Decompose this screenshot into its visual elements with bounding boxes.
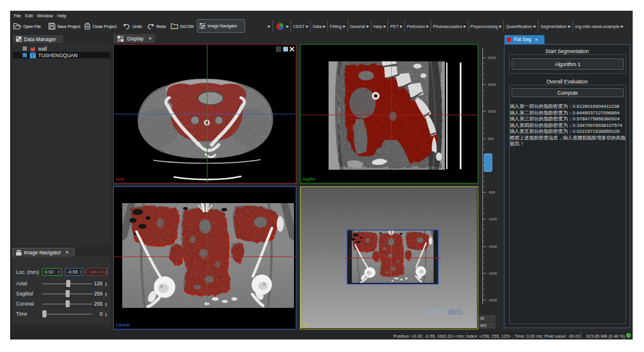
svg-text:-1000: -1000 <box>488 217 497 221</box>
svg-text:MITK:: MITK: <box>428 307 448 316</box>
svg-text:3D: 3D <box>302 323 308 327</box>
svg-text:-500: -500 <box>488 191 496 194</box>
svg-text:1500: 1500 <box>488 83 496 86</box>
svg-text:Axial: Axial <box>116 177 125 181</box>
svg-text:-1500: -1500 <box>488 245 497 248</box>
svg-text:dkfz.: dkfz. <box>447 307 465 316</box>
svg-text:-2000: -2000 <box>488 272 497 275</box>
svg-text:1000: 1000 <box>488 110 496 113</box>
svg-text:-2500: -2500 <box>488 298 497 302</box>
svg-text:500: 500 <box>488 137 494 141</box>
svg-text:Sagittal: Sagittal <box>302 177 315 182</box>
svg-text:Coronal: Coronal <box>116 323 129 327</box>
svg-text:2000: 2000 <box>488 56 496 60</box>
